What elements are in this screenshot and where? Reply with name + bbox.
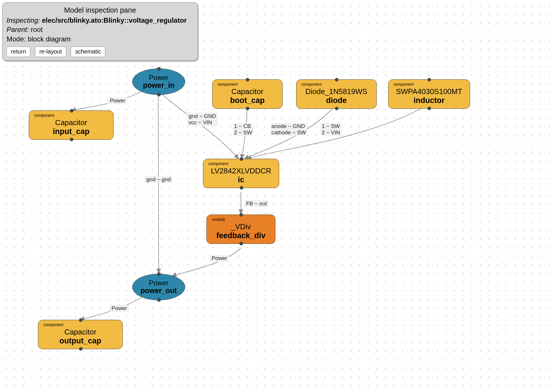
port-icon <box>157 67 161 70</box>
edge-label-power-to-input-cap: Power <box>108 97 127 104</box>
node-name: diode <box>302 96 371 105</box>
return-button[interactable]: return <box>7 47 30 57</box>
port-icon <box>157 93 161 96</box>
inspecting-value: elec/src/blinky.ato:Blinky::voltage_regu… <box>42 16 187 24</box>
node-type: Power <box>149 74 168 81</box>
node-name: ic <box>208 175 274 184</box>
node-diode[interactable]: component Diode_1N5819WS diode <box>296 79 377 109</box>
node-name: power_out <box>141 287 177 295</box>
edge-label-diode-to-ic: anode ~ GNDcathode ~ SW <box>270 123 307 136</box>
port-icon <box>70 109 73 112</box>
node-power-out[interactable]: Power power_out <box>132 274 185 300</box>
port-icon <box>70 138 73 141</box>
node-name: boot_cap <box>218 96 277 105</box>
edge-label-power-in-to-ic: gnd ~ GNDvcc ~ VIN <box>187 113 218 126</box>
node-type: Capacitor <box>43 328 117 336</box>
port-icon <box>335 107 338 110</box>
node-tag: component <box>302 82 371 87</box>
node-tag: component <box>394 82 465 87</box>
port-icon <box>428 107 431 110</box>
node-feedback-div[interactable]: module _VDiv feedback_div <box>206 215 275 244</box>
node-type: Power <box>149 279 168 287</box>
port-icon <box>239 213 243 217</box>
edge-label-ic-to-fb: FB ~ out <box>244 200 269 207</box>
node-tag: component <box>34 113 108 118</box>
edge-label-boot-to-ic: 1 ~ CB2 ~ SW <box>233 123 253 136</box>
node-inductor[interactable]: component SWPA4030S100MT inductor <box>388 79 470 109</box>
mode-label: Mode: <box>7 35 26 43</box>
edge-label-inductor-to-ic: 1 ~ SW2 ~ VIN <box>321 123 341 136</box>
node-tag: module <box>212 217 270 222</box>
port-icon <box>246 107 249 110</box>
node-name: input_cap <box>34 127 108 136</box>
inspecting-label: Inspecting: <box>7 16 40 24</box>
port-icon <box>335 78 338 81</box>
port-icon <box>157 298 161 302</box>
node-type: _VDiv <box>212 222 270 231</box>
node-name: output_cap <box>43 336 117 345</box>
port-icon <box>428 78 431 81</box>
node-boot-cap[interactable]: component Capacitor boot_cap <box>212 79 283 109</box>
parent-value: root <box>31 26 43 33</box>
diagram-canvas[interactable]: Model inspection pane Inspecting: elec/s… <box>0 0 552 392</box>
mode-value: block diagram <box>28 35 70 43</box>
edge-label-out-to-output-cap: Power <box>110 305 129 312</box>
relayout-button[interactable]: re-layout <box>35 47 66 57</box>
edge-label-gnd-gnd: gnd ~ gnd <box>145 176 172 183</box>
node-type: Diode_1N5819WS <box>302 87 371 96</box>
port-icon <box>246 78 249 81</box>
model-inspection-pane: Model inspection pane Inspecting: elec/s… <box>2 2 198 61</box>
port-icon <box>240 186 243 190</box>
node-tag: component <box>43 322 117 327</box>
port-icon <box>240 157 243 161</box>
node-ic[interactable]: component LV2842XLVDDCR ic <box>203 159 279 188</box>
node-type: LV2842XLVDDCR <box>208 167 274 175</box>
edge-label-fb-to-out-power: Power <box>210 255 229 262</box>
node-type: Capacitor <box>218 87 277 96</box>
node-input-cap[interactable]: component Capacitor input_cap <box>29 110 114 140</box>
node-name: power_in <box>143 81 175 89</box>
node-power-in[interactable]: Power power_in <box>132 68 185 95</box>
port-icon <box>239 242 243 245</box>
pane-inspecting-row: Inspecting: elec/src/blinky.ato:Blinky::… <box>7 16 193 25</box>
node-tag: component <box>218 82 277 87</box>
node-type: SWPA4030S100MT <box>394 87 465 96</box>
schematic-button[interactable]: schematic <box>71 47 105 57</box>
node-name: inductor <box>394 96 465 105</box>
port-icon <box>79 347 83 351</box>
node-tag: component <box>208 161 274 166</box>
port-icon <box>157 272 161 276</box>
port-icon <box>79 318 83 322</box>
parent-label: Parent: <box>7 26 29 33</box>
node-output-cap[interactable]: component Capacitor output_cap <box>38 320 123 349</box>
pane-mode-row: Mode: block diagram <box>7 35 193 44</box>
pane-parent-row: Parent: root <box>7 25 193 34</box>
pane-title: Model inspection pane <box>7 5 193 15</box>
node-name: feedback_div <box>212 231 270 240</box>
node-type: Capacitor <box>34 118 108 127</box>
